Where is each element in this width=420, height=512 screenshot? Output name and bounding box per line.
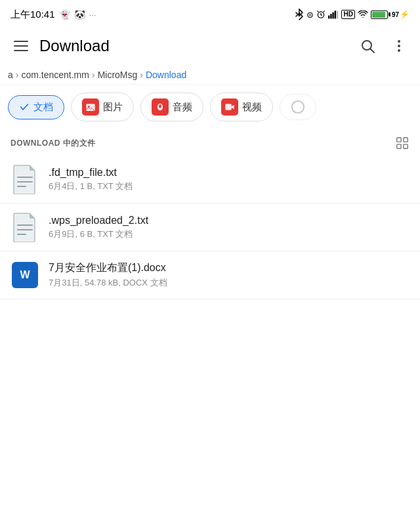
file-name-2: .wps_preloaded_2.txt (49, 215, 410, 226)
file-name-3: 7月安全作业布置(1).docx (49, 261, 410, 275)
status-icons: ⊜ HD 97 ⚡ (295, 9, 410, 20)
file-name-1: .fd_tmp_file.txt (49, 167, 410, 179)
chip-doc-label: 文档 (33, 101, 53, 114)
status-dots: ··· (89, 10, 96, 20)
breadcrumb: a › com.tencent.mm › MicroMsg › Download (0, 66, 420, 85)
signal-icon: ⊜ (306, 10, 314, 20)
file-info-1: .fd_tmp_file.txt 6月4日, 1 B, TXT 文档 (49, 167, 410, 192)
battery-icon: 97 ⚡ (371, 10, 410, 19)
img-chip-icon (82, 98, 99, 116)
status-bar: 上午10:41 👻 🐼 ··· ⊜ HD (0, 0, 420, 26)
menu-button[interactable] (8, 33, 34, 59)
check-icon (19, 102, 30, 112)
file-item-3[interactable]: W 7月安全作业布置(1).docx 7月31日, 54.78 kB, DOCX… (0, 251, 420, 299)
svg-point-16 (292, 101, 304, 113)
chip-img[interactable]: 图片 (71, 93, 134, 121)
section-header: DOWNLOAD 中的文件 (0, 129, 420, 156)
file-icon-wrap-3: W (10, 261, 39, 289)
chip-doc[interactable]: 文档 (8, 95, 64, 119)
chip-video[interactable]: 视频 (210, 93, 273, 121)
hd-label: HD (341, 10, 354, 19)
breadcrumb-item-root[interactable]: a (8, 70, 13, 80)
status-time: 上午10:41 👻 🐼 ··· (10, 9, 96, 21)
svg-rect-5 (333, 12, 334, 19)
breadcrumb-item-download[interactable]: Download (146, 70, 186, 80)
file-meta-2: 6月9日, 6 B, TXT 文档 (49, 228, 410, 240)
file-list: .fd_tmp_file.txt 6月4日, 1 B, TXT 文档 .wps_… (0, 156, 420, 299)
alarm-icon (316, 10, 326, 19)
svg-line-9 (371, 49, 375, 53)
circle-icon (291, 100, 305, 114)
filter-bar: 文档 图片 音频 视频 (0, 85, 420, 129)
svg-point-12 (398, 49, 400, 52)
file-info-3: 7月安全作业布置(1).docx 7月31日, 54.78 kB, DOCX 文… (49, 261, 410, 289)
chip-more[interactable] (280, 94, 316, 120)
audio-chip-icon (152, 98, 169, 116)
svg-rect-19 (397, 144, 401, 148)
status-app-icon2: 🐼 (74, 9, 85, 20)
grid-icon (395, 136, 410, 150)
bluetooth-icon (295, 9, 304, 20)
breadcrumb-sep-2: › (92, 70, 95, 80)
status-app-icon1: 👻 (59, 9, 70, 20)
more-options-button[interactable] (386, 33, 412, 59)
page-title: Download (39, 37, 354, 55)
wifi-icon (358, 11, 368, 19)
svg-rect-18 (404, 138, 408, 142)
svg-rect-20 (404, 144, 408, 148)
svg-rect-4 (331, 14, 332, 18)
svg-rect-3 (328, 16, 329, 19)
txt-file-icon-1 (12, 164, 37, 194)
file-item-1[interactable]: .fd_tmp_file.txt 6月4日, 1 B, TXT 文档 (0, 156, 420, 203)
svg-rect-15 (225, 104, 231, 110)
app-bar: Download (0, 26, 420, 66)
search-button[interactable] (354, 33, 381, 59)
breadcrumb-sep-1: › (16, 70, 19, 80)
file-icon-wrap-1 (10, 165, 39, 194)
clock: 上午10:41 (10, 9, 55, 21)
chip-audio[interactable]: 音频 (140, 93, 203, 121)
txt-file-icon-2 (12, 212, 37, 242)
file-icon-wrap-2 (10, 213, 39, 242)
chip-audio-label: 音频 (173, 101, 192, 114)
chip-video-label: 视频 (242, 101, 262, 114)
hamburger-icon (14, 41, 28, 51)
svg-point-11 (398, 45, 400, 47)
app-bar-actions (354, 33, 412, 59)
svg-point-10 (398, 40, 400, 43)
section-title: DOWNLOAD 中的文件 (10, 138, 96, 149)
file-meta-1: 6月4日, 1 B, TXT 文档 (49, 181, 410, 192)
breadcrumb-item-tencent[interactable]: com.tencent.mm (21, 70, 89, 80)
signal-bars-icon (328, 10, 339, 19)
video-chip-icon (221, 98, 238, 116)
file-meta-3: 7月31日, 54.78 kB, DOCX 文档 (49, 277, 410, 289)
svg-rect-17 (397, 138, 401, 142)
grid-view-button[interactable] (395, 136, 410, 150)
docx-file-icon: W (12, 262, 38, 288)
search-icon (360, 38, 375, 54)
breadcrumb-sep-3: › (140, 70, 143, 80)
breadcrumb-item-micromsg[interactable]: MicroMsg (98, 70, 138, 80)
svg-rect-6 (335, 11, 336, 18)
more-vert-icon (391, 38, 407, 54)
file-info-2: .wps_preloaded_2.txt 6月9日, 6 B, TXT 文档 (49, 215, 410, 240)
file-item-2[interactable]: .wps_preloaded_2.txt 6月9日, 6 B, TXT 文档 (0, 203, 420, 251)
svg-rect-7 (337, 11, 338, 18)
chip-img-label: 图片 (103, 101, 123, 114)
